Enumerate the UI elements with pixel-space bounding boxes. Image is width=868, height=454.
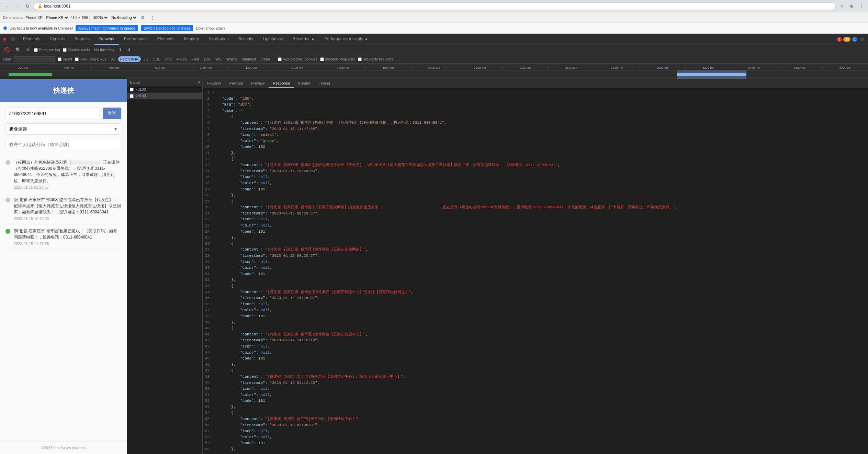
filter-wasm[interactable]: Wasm (224, 56, 239, 62)
filter-css[interactable]: CSS (151, 56, 163, 62)
json-line-57: 57 "icon": null, (203, 428, 868, 434)
import-icon[interactable]: ⬆ (117, 47, 123, 53)
filter-media[interactable]: Media (174, 56, 189, 62)
response-tab-payload[interactable]: Payload (225, 79, 247, 88)
json-line-51: 51 "color": null, (203, 392, 868, 398)
name-column-header[interactable]: Name (127, 79, 196, 86)
json-line-47: 47 { (203, 368, 868, 374)
dont-show-again-button[interactable]: Don't show again (196, 26, 225, 30)
network-row-2-checkbox[interactable] (130, 94, 134, 98)
response-tab-headers[interactable]: Headers (203, 79, 225, 88)
tab-elements[interactable]: Elements (18, 34, 45, 45)
settings-icon[interactable]: ⚙ (139, 13, 147, 22)
refresh-button[interactable]: ↻ (23, 2, 32, 10)
tracking-list: （校网点）的免兔快递员刘辉（）正在派件（可放心接听952300专属热线），投诉电… (5, 156, 121, 250)
devtools-stop-icon[interactable]: ⏹ (1, 36, 8, 42)
settings-devtools-icon[interactable]: ⚙ (859, 36, 865, 42)
back-button[interactable]: ← (3, 2, 11, 10)
network-filename-1: kd100 (136, 87, 146, 91)
filter-other[interactable]: Other (259, 56, 272, 62)
filter-doc[interactable]: Doc (202, 56, 213, 62)
json-line-31: 31 "code": 101 (203, 271, 868, 277)
zoom-select[interactable]: 100% (92, 15, 109, 20)
search-icon[interactable]: 🔍 (14, 47, 22, 53)
match-language-button[interactable]: Always match Chrome's language (76, 25, 138, 31)
has-blocked-cookies-checkbox[interactable]: Has blocked cookies (278, 57, 317, 61)
bookmark-button[interactable]: ☆ (838, 2, 846, 10)
address-bar[interactable]: 🔒 localhost:8081 (34, 2, 836, 10)
json-line-13: 13 "content": "[河北省 石家庄市 裕华区]您的包裹已存放至【代收… (203, 162, 868, 168)
timeline-item-1 (9, 73, 52, 76)
json-line-28: 28 "timestamp": "2023-01-15 08:20:57", (203, 253, 868, 259)
filter-icon[interactable]: ⚙ (25, 47, 31, 53)
phone-number-input[interactable] (5, 139, 121, 150)
json-line-50: 50 "icon": null, (203, 386, 868, 392)
hide-data-urls-checkbox[interactable]: Hide data URLs (75, 57, 106, 61)
json-line-37: 37 "color": null, (203, 307, 868, 313)
tab-security[interactable]: Security (234, 34, 258, 45)
filter-js[interactable]: JS (142, 56, 150, 62)
json-line-27: 27 "content": "[河北省 石家庄市 裕华区]快件到达【石家庄化校网… (203, 247, 868, 253)
tab-application[interactable]: Application (204, 34, 234, 45)
filter-img[interactable]: Img (163, 56, 173, 62)
tab-memory[interactable]: Memory (179, 34, 204, 45)
filter-all[interactable]: All (109, 56, 117, 62)
network-row-2[interactable]: kd100 (127, 93, 202, 99)
json-line-35: 35 "timestamp": "2023-01-14 15:46:07", (203, 295, 868, 301)
tracking-time-2: 2023-01-15 10:49:00 (14, 217, 121, 221)
tab-network[interactable]: Network (94, 34, 119, 45)
tab-elements2[interactable]: Elements (153, 34, 179, 45)
json-line-6: 6 "content": "[河北省 石家庄市 裕华区]包裹已签收！（凭取件码）… (203, 120, 868, 126)
switch-language-button[interactable]: Switch DevTools to Chinese (141, 25, 193, 31)
preserve-log-checkbox[interactable]: Preserve log (34, 48, 60, 52)
filter-fetchxhr[interactable]: Fetch/XHR (118, 56, 141, 62)
tab-performance[interactable]: Performance (119, 34, 153, 45)
tab-recorder[interactable]: Recorder ▲ (288, 34, 320, 45)
tab-lighthouse[interactable]: Lighthouse (258, 34, 288, 45)
tab-console[interactable]: Console (45, 34, 70, 45)
tracking-text-1: （校网点）的免兔快递员刘辉（）正在派件（可放心接听952300专属热线），投诉电… (14, 159, 121, 184)
extensions-button[interactable]: ⊕ (847, 2, 856, 10)
response-tab-initiator[interactable]: Initiator (294, 79, 315, 88)
tick-3800ms: 3800 ms (822, 65, 868, 70)
service-select[interactable]: 极兔速递 (5, 123, 121, 135)
error-badge: 1 (837, 37, 842, 42)
json-line-34: 34 "content": "[河北省 石家庄市 裕华区]快件离开【石家庄转运中… (203, 289, 868, 296)
blocked-requests-checkbox[interactable]: Blocked Requests (320, 57, 356, 61)
tick-2800ms: 2800 ms (594, 65, 640, 70)
third-party-requests-checkbox[interactable]: 3rd-party requests (358, 57, 393, 61)
menu-button[interactable]: ⋮ (857, 2, 865, 10)
json-line-18: 18 }, (203, 192, 868, 199)
filter-input[interactable] (14, 56, 55, 62)
dimensions-select[interactable]: iPhone XR (44, 15, 69, 20)
json-line-9: 9 "color": "green", (203, 138, 868, 144)
tick-3400ms: 3400 ms (731, 65, 777, 70)
export-icon[interactable]: ⬇ (126, 47, 132, 53)
forward-button[interactable]: → (13, 2, 21, 10)
filter-font[interactable]: Font (189, 56, 201, 62)
throttling-select[interactable]: No throttling (110, 15, 137, 20)
response-tab-timing[interactable]: Timing (315, 79, 334, 88)
query-button[interactable]: 查询 (103, 108, 121, 119)
filter-ws[interactable]: WS (213, 56, 224, 62)
clear-icon[interactable]: 🚫 (3, 46, 11, 53)
main-split: 快递侠 JT0007322169891 查询 极兔速递 ▼ （ (0, 79, 868, 454)
response-tab-preview[interactable]: Preview (247, 79, 269, 88)
network-row-1[interactable]: kd100 (127, 86, 202, 93)
tab-sources[interactable]: Sources (70, 34, 94, 45)
disable-cache-checkbox[interactable]: Disable cache (63, 48, 91, 52)
tab-performance-insights[interactable]: Performance insights ▲ (320, 34, 373, 45)
notification-dot-icon (3, 26, 7, 30)
devtools-record-icon[interactable]: ⚫ (9, 36, 17, 42)
close-network-panel-icon[interactable]: ✕ (196, 79, 202, 86)
network-row-1-checkbox[interactable] (130, 88, 134, 91)
json-line-41: 41 "content": "[河北省 石家庄市 裕华区]快件到达【石家庄转运中… (203, 332, 868, 338)
response-tab-response[interactable]: Response (269, 79, 294, 88)
invert-checkbox[interactable]: Invert (58, 57, 72, 61)
tracking-input[interactable]: JT0007322169891 (5, 108, 100, 119)
browser-actions: ☆ ⊕ ⋮ (838, 2, 865, 10)
more-options-icon[interactable]: ⋮ (148, 13, 157, 22)
json-line-22: 22 "icon": null, (203, 217, 868, 223)
throttling-label: No throttling (94, 48, 114, 52)
filter-manifest[interactable]: Manifest (240, 56, 258, 62)
